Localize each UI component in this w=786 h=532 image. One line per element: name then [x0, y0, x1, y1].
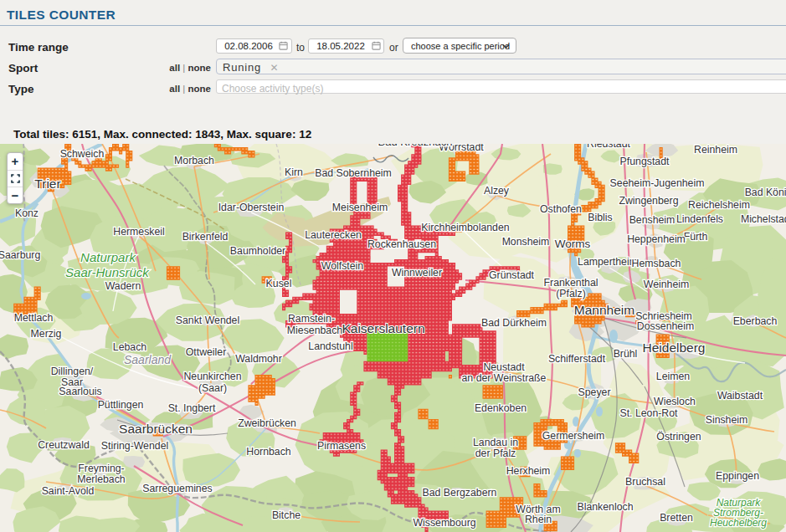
svg-text:Saarlouis: Saarlouis — [59, 386, 101, 397]
svg-text:Saint-Avold: Saint-Avold — [42, 485, 95, 497]
svg-text:Zweibrücken: Zweibrücken — [238, 417, 296, 429]
svg-text:Zwingenberg: Zwingenberg — [619, 195, 678, 207]
svg-text:Kusel: Kusel — [266, 278, 292, 289]
svg-text:Fürth: Fürth — [684, 231, 708, 243]
svg-text:Sankt Wendel: Sankt Wendel — [176, 315, 239, 326]
svg-text:Edenkoben: Edenkoben — [475, 402, 527, 414]
svg-text:Heppenheim: Heppenheim — [627, 233, 686, 245]
svg-text:Brühl: Brühl — [614, 348, 638, 360]
svg-text:Saar-Hunsrück: Saar-Hunsrück — [65, 265, 150, 279]
svg-text:Wolfstein: Wolfstein — [321, 260, 364, 272]
svg-text:Leimen: Leimen — [656, 371, 690, 382]
svg-text:Freyming-: Freyming- — [78, 463, 124, 474]
svg-text:Östringen: Östringen — [656, 431, 701, 442]
svg-text:Riedstadt: Riedstadt — [587, 144, 631, 150]
svg-text:Bad König: Bad König — [745, 187, 786, 198]
svg-text:Blankenloch: Blankenloch — [578, 501, 634, 513]
svg-text:Schifferstadt: Schifferstadt — [548, 353, 606, 365]
svg-text:Dossenheim: Dossenheim — [637, 320, 694, 332]
svg-text:Winnweiler: Winnweiler — [392, 267, 442, 279]
svg-text:Bad Bergzabern: Bad Bergzabern — [423, 487, 497, 499]
svg-text:Schweich: Schweich — [60, 148, 105, 160]
svg-text:Frankenthal: Frankenthal — [544, 277, 598, 289]
svg-text:Weinheim: Weinheim — [644, 279, 689, 290]
svg-text:Bretten: Bretten — [660, 512, 693, 524]
svg-text:Seeheim-Jugenheim: Seeheim-Jugenheim — [610, 177, 705, 189]
svg-text:Merzig: Merzig — [31, 328, 62, 340]
svg-text:Dillingen/: Dillingen/ — [51, 366, 94, 377]
svg-text:Pfungstadt: Pfungstadt — [620, 156, 670, 167]
svg-text:Landstuhl: Landstuhl — [308, 340, 352, 352]
svg-text:Wiesloch: Wiesloch — [654, 396, 696, 407]
svg-text:Biblis: Biblis — [588, 212, 612, 223]
svg-text:Hermeskeil: Hermeskeil — [113, 226, 165, 238]
svg-text:Kirn: Kirn — [285, 166, 303, 178]
svg-text:St. Ingbert: St. Ingbert — [168, 402, 216, 414]
svg-text:Neustadt: Neustadt — [483, 361, 525, 373]
svg-text:Reinheim: Reinheim — [694, 144, 737, 156]
svg-text:Bad Kreuznach: Bad Kreuznach — [378, 144, 453, 148]
svg-text:(Pfalz): (Pfalz) — [556, 288, 586, 299]
svg-text:Wadern: Wadern — [105, 280, 141, 292]
svg-text:der Pfalz: der Pfalz — [475, 448, 516, 459]
svg-text:Bitche: Bitche — [272, 509, 301, 521]
svg-text:Lauterecken: Lauterecken — [305, 229, 362, 241]
svg-text:Hornbach: Hornbach — [246, 446, 290, 458]
svg-text:Saarbrücken: Saarbrücken — [119, 422, 193, 436]
svg-text:Ottweiler: Ottweiler — [186, 346, 227, 358]
svg-text:an der Weinstraße: an der Weinstraße — [462, 372, 547, 384]
svg-text:Rockenhausen: Rockenhausen — [367, 238, 436, 250]
svg-text:Bad Sobernheim: Bad Sobernheim — [315, 167, 392, 179]
svg-text:Germersheim: Germersheim — [542, 430, 604, 442]
svg-text:Wissembourg: Wissembourg — [413, 517, 475, 529]
svg-text:Bruchsal: Bruchsal — [625, 476, 665, 488]
svg-text:Speyer: Speyer — [578, 386, 611, 398]
svg-text:Waibstadt: Waibstadt — [717, 390, 763, 402]
svg-text:Naturpark: Naturpark — [80, 250, 136, 264]
svg-text:Ramstein-: Ramstein- — [288, 313, 335, 325]
svg-text:Eberbach: Eberbach — [733, 315, 778, 327]
svg-text:Eppingen: Eppingen — [716, 470, 759, 482]
svg-text:(Saar): (Saar) — [198, 382, 227, 394]
svg-text:Heuchelberg: Heuchelberg — [710, 517, 767, 529]
svg-text:Osthofen: Osthofen — [540, 203, 582, 215]
svg-text:Kirchheimbolanden: Kirchheimbolanden — [421, 222, 509, 233]
svg-text:Worms: Worms — [555, 238, 591, 250]
svg-text:Miesenbach: Miesenbach — [287, 325, 342, 336]
svg-text:Herxheim: Herxheim — [506, 465, 551, 477]
svg-text:St. Leon-Rot: St. Leon-Rot — [619, 407, 678, 419]
svg-text:Heidelberg: Heidelberg — [643, 340, 706, 355]
svg-text:Lebach: Lebach — [113, 341, 147, 353]
svg-text:Rhein: Rhein — [525, 514, 552, 525]
svg-text:Kaiserslautern: Kaiserslautern — [342, 321, 424, 335]
svg-text:Püttlingen: Püttlingen — [98, 399, 144, 411]
svg-text:Meisenheim: Meisenheim — [332, 202, 388, 213]
svg-text:Michelstadt: Michelstadt — [741, 213, 786, 225]
svg-text:Trier: Trier — [34, 176, 60, 191]
svg-text:Sinsheim: Sinsheim — [706, 414, 748, 426]
svg-text:Lampertheim: Lampertheim — [578, 256, 638, 268]
svg-text:Mettlach: Mettlach — [14, 312, 54, 324]
svg-text:Lindenfels: Lindenfels — [676, 213, 723, 225]
svg-text:Stiring-Wendel: Stiring-Wendel — [101, 440, 168, 452]
svg-text:Alzey: Alzey — [484, 185, 510, 197]
svg-text:Bad Dürkheim: Bad Dürkheim — [481, 317, 547, 329]
svg-text:Mannheim: Mannheim — [574, 303, 634, 317]
svg-text:Morbach: Morbach — [174, 155, 214, 166]
svg-text:Neunkirchen: Neunkirchen — [183, 371, 241, 382]
svg-text:Sarreguemines: Sarreguemines — [142, 483, 212, 494]
svg-text:Waldmohr: Waldmohr — [235, 353, 282, 365]
svg-text:Hemsbach: Hemsbach — [632, 258, 681, 269]
svg-text:Birkenfeld: Birkenfeld — [182, 231, 229, 243]
svg-text:Merlebach: Merlebach — [77, 473, 126, 485]
svg-text:Baumholder: Baumholder — [230, 245, 285, 257]
svg-text:Reichelsheim: Reichelsheim — [688, 199, 750, 211]
svg-text:Landau in: Landau in — [473, 437, 518, 448]
svg-text:Grünstadt: Grünstadt — [489, 269, 535, 281]
svg-text:Saarburg: Saarburg — [0, 249, 40, 261]
svg-text:Pirmasens: Pirmasens — [317, 440, 366, 452]
svg-text:Monsheim: Monsheim — [502, 236, 550, 248]
svg-text:Idar-Oberstein: Idar-Oberstein — [218, 202, 285, 213]
svg-text:Creutzwald: Creutzwald — [38, 439, 90, 451]
svg-text:Saarland: Saarland — [124, 353, 172, 366]
